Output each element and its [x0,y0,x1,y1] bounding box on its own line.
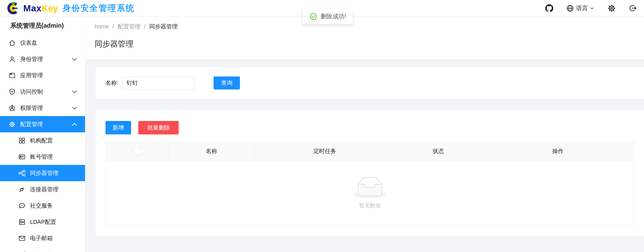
work-area: 名称: 查询 新增 批量删除 名称 [85,59,644,252]
mail-icon [18,234,26,242]
configuration-submenu: 机构配置 账号管理 同步器管理 [0,132,85,252]
breadcrumb-current: 同步器管理 [149,23,178,30]
sidebar-item-label: 仪表盘 [20,39,37,47]
chat-icon [18,202,26,210]
shield-check-icon [8,88,16,96]
server-icon [18,218,26,226]
empty-box-icon [353,177,387,198]
chevron-down-icon [71,104,78,112]
empty-text: 暂无数据 [359,202,381,209]
sidebar-subitem-ldap-config[interactable]: LDAP配置 [0,214,85,230]
brand-name-max: Max [23,3,42,13]
sidebar-item-label: 电子邮箱 [30,234,53,242]
gear-icon[interactable] [608,4,616,12]
breadcrumb-separator: / [112,23,114,30]
column-header-name: 名称 [169,142,255,161]
breadcrumb-home[interactable]: home [95,23,109,30]
sidebar-item-permissions[interactable]: 权限管理 [0,100,85,116]
table-toolbar: 新增 批量删除 [105,121,634,134]
sidebar-item-access-control[interactable]: 访问控制 [0,83,85,100]
sidebar-item-label: 机构配置 [30,137,53,144]
sidebar-subitem-social-services[interactable]: 社交服务 [0,197,85,214]
sidebar-item-label: 社交服务 [30,202,53,210]
chevron-up-icon [71,120,78,128]
sidebar-item-label: 权限管理 [20,104,43,112]
page-title: 同步器管理 [95,39,644,49]
sidebar: 系统管理员(admin) 仪表盘 身份管理 [0,17,85,252]
toast-message: 删除成功! [303,9,353,24]
language-label: 语言 [576,4,588,12]
success-check-icon [309,13,317,20]
breadcrumb-config[interactable]: 配置管理 [118,23,140,30]
table-header-row: 名称 定时任务 状态 操作 [106,142,634,161]
sidebar-item-apps[interactable]: 应用管理 [0,67,85,83]
maxkey-logo-icon [7,2,21,15]
column-header-actions: 操作 [482,142,634,161]
breadcrumb-separator: / [144,23,146,30]
bulk-delete-button[interactable]: 批量删除 [138,121,179,134]
chevron-down-icon [589,6,595,11]
sidebar-item-configuration[interactable]: 配置管理 [0,116,85,132]
synchronizers-table: 名称 定时任务 状态 操作 [105,142,634,226]
current-user-label: 系统管理员(admin) [0,17,85,35]
sidebar-item-label: 账号管理 [30,153,53,161]
sidebar-subitem-email[interactable]: 电子邮箱 [0,230,85,246]
chevron-down-icon [71,55,78,63]
globe-icon [566,4,574,12]
pentagon-icon [8,104,16,112]
sidebar-item-label: 访问控制 [20,88,43,96]
sidebar-item-label: 短信服务 [30,251,53,252]
sync-nodes-icon [18,169,26,177]
sidebar-subitem-accounts[interactable]: 账号管理 [0,149,85,165]
sidebar-item-label: 同步器管理 [30,169,58,177]
sidebar-item-label: LDAP配置 [30,218,56,226]
select-all-cell [106,142,169,161]
brand-name-key: Key [42,3,58,13]
query-button[interactable]: 查询 [214,77,240,89]
sidebar-subitem-org-config[interactable]: 机构配置 [0,132,85,149]
grid-icon [18,137,26,144]
logout-icon[interactable] [629,4,637,12]
header-actions: 语言 [545,4,639,12]
gear-icon [8,120,16,128]
add-button[interactable]: 新增 [105,121,131,134]
sidebar-subitem-sms[interactable]: 短信服务 [0,246,85,252]
language-selector[interactable]: 语言 [566,4,595,12]
breadcrumb: home / 配置管理 / 同步器管理 [95,23,644,30]
table-empty-state: 暂无数据 [106,161,634,225]
content-area: home / 配置管理 / 同步器管理 同步器管理 名称: 查询 新增 [85,17,644,252]
name-search-input[interactable] [122,77,194,89]
page-header: home / 配置管理 / 同步器管理 同步器管理 [85,17,644,59]
column-header-status: 状态 [395,142,482,161]
plug-icon [18,186,26,193]
sidebar-item-dashboard[interactable]: 仪表盘 [0,35,85,51]
select-all-checkbox[interactable] [133,148,141,155]
user-icon [8,55,16,63]
sidebar-item-label: 配置管理 [20,120,43,128]
sidebar-subitem-synchronizers[interactable]: 同步器管理 [0,165,85,181]
brand-system-title: 身份安全管理系统 [62,3,135,14]
sidebar-item-label: 身份管理 [20,55,43,63]
search-panel: 名称: 查询 [96,67,644,99]
column-header-scheduled-job: 定时任务 [255,142,395,161]
github-icon[interactable] [545,4,553,12]
sidebar-item-label: 连接器管理 [30,186,58,193]
table-panel: 新增 批量删除 名称 定时任务 状态 操作 [96,110,644,236]
chevron-down-icon [71,88,78,96]
brand[interactable]: MaxKey 身份安全管理系统 [7,2,135,15]
home-icon [8,39,16,47]
app-window-icon [8,72,16,79]
name-field-label: 名称: [105,79,118,87]
sidebar-item-label: 应用管理 [20,72,43,79]
sidebar-item-identity[interactable]: 身份管理 [0,51,85,67]
sidebar-subitem-connectors[interactable]: 连接器管理 [0,181,85,197]
send-icon [18,251,26,252]
toast-text: 删除成功! [321,12,346,20]
maxkey-admin-app: MaxKey 身份安全管理系统 语言 [0,0,644,252]
id-card-icon [18,153,26,161]
